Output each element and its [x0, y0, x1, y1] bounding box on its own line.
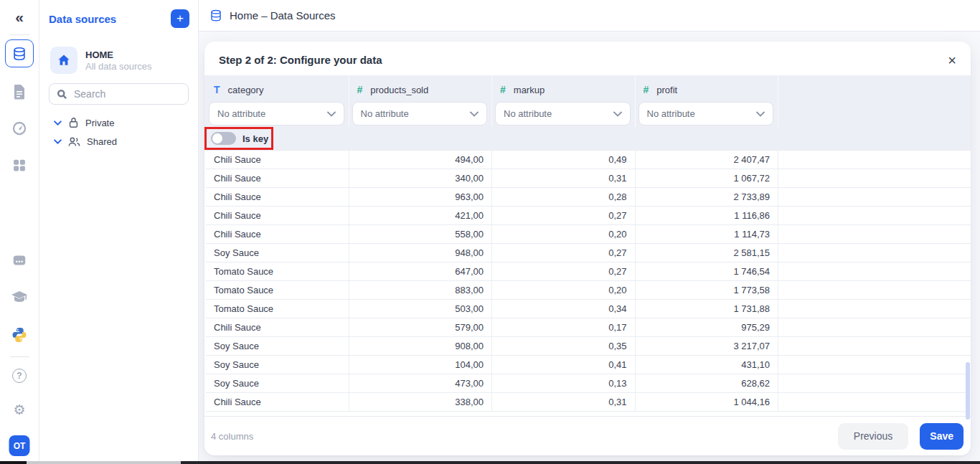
table-cell: 558,00: [349, 225, 493, 243]
close-button[interactable]: ×: [948, 53, 956, 67]
table-cell: 647,00: [349, 262, 493, 280]
tree-item-private[interactable]: Private: [39, 113, 198, 132]
tree-item-shared[interactable]: Shared: [39, 132, 198, 151]
table-cell: Soy Sauce: [206, 337, 349, 355]
table-cell: 494,00: [349, 151, 493, 169]
column-name: markup: [514, 85, 545, 95]
search-input[interactable]: Search: [49, 83, 189, 105]
table-cell: Chili Sauce: [206, 151, 349, 169]
column-name: profit: [656, 85, 677, 95]
table-cell: 503,00: [349, 300, 493, 318]
table-row[interactable]: Chili Sauce 558,00 0,20 1 114,73: [206, 225, 971, 244]
attribute-select[interactable]: No attribute: [209, 102, 344, 126]
table-row[interactable]: Soy Sauce 473,00 0,13 628,62: [206, 374, 971, 393]
table-row[interactable]: Soy Sauce 948,00 0,27 2 581,15: [206, 244, 971, 262]
collapse-sidebar-button[interactable]: «: [9, 8, 30, 25]
attribute-select-value: No attribute: [361, 108, 409, 119]
table-row[interactable]: Chili Sauce 579,00 0,17 975,29: [206, 318, 971, 337]
table-cell: 975,29: [636, 318, 779, 336]
attribute-select[interactable]: No attribute: [352, 102, 488, 126]
column-type-icon: T: [214, 84, 220, 95]
table-cell: 0,27: [492, 244, 636, 262]
table-row[interactable]: Chili Sauce 338,00 0,31 1 044,16: [206, 393, 971, 412]
column-name: category: [228, 85, 264, 95]
sidebar-item-data-sources[interactable]: [5, 39, 34, 67]
table-cell: 1 114,73: [636, 225, 779, 243]
scrollbar-thumb[interactable]: [966, 362, 970, 420]
table-cell: Tomato Sauce: [206, 300, 349, 318]
grid-icon: [12, 158, 27, 173]
attribute-select-value: No attribute: [647, 108, 695, 119]
robot-icon: [11, 252, 27, 268]
table-cell: 1 746,54: [636, 262, 779, 280]
table-cell: 473,00: [349, 374, 493, 392]
table-cell: Chili Sauce: [206, 188, 349, 206]
table-cell: 104,00: [349, 356, 493, 374]
column-header: T category: [206, 78, 349, 101]
table-cell: 3 217,07: [636, 337, 779, 355]
table-row[interactable]: Tomato Sauce 503,00 0,34 1 731,88: [206, 300, 971, 318]
page-header: Home – Data Sources: [199, 0, 980, 32]
data-sources-panel: Data sources + HOME All data sources Sea…: [39, 0, 199, 461]
table-row[interactable]: Chili Sauce 963,00 0,28 2 733,89: [206, 188, 971, 207]
table-cell: 0,13: [492, 374, 636, 392]
edge-segment: [27, 461, 181, 464]
column-header: # markup: [492, 78, 635, 101]
sidebar-item-dashboards[interactable]: [11, 120, 27, 136]
home-item[interactable]: HOME All data sources: [50, 47, 198, 74]
attribute-select-value: No attribute: [504, 108, 552, 119]
table-cell: Tomato Sauce: [206, 281, 349, 299]
sidebar-item-documents[interactable]: [12, 84, 27, 100]
attribute-select[interactable]: No attribute: [639, 102, 774, 126]
column-name: products_sold: [370, 85, 428, 95]
table-cell: 0,41: [492, 356, 636, 374]
table-row[interactable]: Soy Sauce 908,00 0,35 3 217,07: [206, 337, 971, 356]
table-cell: Soy Sauce: [206, 356, 349, 374]
edge-segment: [181, 461, 980, 464]
chevron-down-icon: [470, 111, 479, 117]
table-cell: 0,31: [492, 393, 636, 411]
table-cell: 1 067,72: [636, 169, 779, 187]
chevron-down-icon: [613, 111, 622, 117]
table-cell: 0,49: [492, 151, 636, 169]
attribute-select[interactable]: No attribute: [495, 102, 631, 126]
data-table-body: Chili Sauce 494,00 0,49 2 407,47 Chili S…: [204, 150, 971, 412]
save-button[interactable]: Save: [920, 423, 963, 450]
table-cell: 1 731,88: [636, 300, 779, 318]
table-cell: 2 733,89: [636, 188, 779, 206]
add-data-source-button[interactable]: +: [171, 9, 189, 28]
table-cell: 963,00: [349, 188, 493, 206]
table-cell: 0,17: [492, 318, 636, 336]
user-avatar[interactable]: OT: [9, 435, 30, 456]
table-cell: Soy Sauce: [206, 374, 349, 392]
table-cell: 0,35: [492, 337, 636, 355]
gauge-icon: [11, 120, 27, 136]
table-row[interactable]: Soy Sauce 104,00 0,41 431,10: [206, 356, 971, 374]
icon-rail: « ?: [0, 0, 39, 461]
table-row[interactable]: Chili Sauce 340,00 0,31 1 067,72: [206, 169, 971, 188]
avatar-initials: OT: [9, 435, 30, 456]
table-cell: Soy Sauce: [206, 244, 349, 262]
database-icon: [209, 9, 222, 22]
sidebar-item-python[interactable]: [11, 326, 28, 344]
settings-button[interactable]: ⚙: [13, 403, 25, 417]
sidebar-item-learn[interactable]: [11, 290, 28, 306]
table-cell: 0,20: [492, 281, 636, 299]
column-header: # profit: [636, 78, 778, 101]
previous-button[interactable]: Previous: [838, 423, 908, 450]
column-config-category: T category No attribute: [206, 75, 349, 127]
chevron-down-icon: [54, 139, 62, 144]
document-icon: [12, 84, 27, 100]
table-cell: 340,00: [349, 169, 493, 187]
is-key-toggle[interactable]: [211, 132, 236, 145]
sidebar-item-apps[interactable]: [12, 158, 27, 173]
table-row[interactable]: Tomato Sauce 647,00 0,27 1 746,54: [206, 262, 971, 281]
table-cell: 1 044,16: [636, 393, 779, 411]
table-cell: 579,00: [349, 318, 493, 336]
table-row[interactable]: Chili Sauce 494,00 0,49 2 407,47: [206, 151, 971, 169]
python-icon: [11, 326, 28, 344]
table-row[interactable]: Tomato Sauce 883,00 0,20 1 773,58: [206, 281, 971, 300]
table-row[interactable]: Chili Sauce 421,00 0,27 1 116,86: [206, 207, 971, 225]
help-button[interactable]: ?: [12, 369, 27, 383]
sidebar-item-automations[interactable]: [11, 252, 27, 268]
